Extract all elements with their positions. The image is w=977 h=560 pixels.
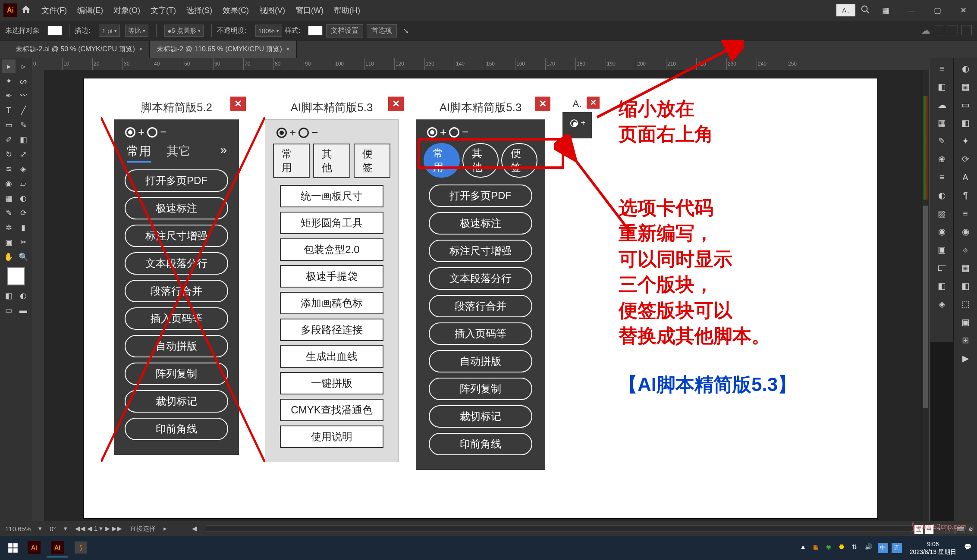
list-item[interactable]: 包装盒型2.0 — [280, 238, 383, 261]
menu-type[interactable]: 文字(T) — [151, 5, 176, 16]
doc-setup-button[interactable]: 文档设置 — [326, 24, 363, 38]
menu-object[interactable]: 对象(O) — [113, 5, 140, 16]
ime-icon[interactable]: ⚙ — [966, 525, 975, 534]
list-item[interactable]: 一键拼版 — [280, 372, 383, 394]
brushes-icon[interactable]: ✎ — [934, 133, 950, 149]
properties-icon[interactable]: ≡ — [934, 60, 950, 77]
shape-builder-tool[interactable]: ◉ — [2, 177, 16, 191]
panel-icon[interactable]: ▣ — [957, 314, 974, 330]
lasso-tool[interactable]: ᔕ — [16, 74, 30, 88]
fill-swatch[interactable] — [47, 26, 62, 35]
direct-selection-tool[interactable]: ▹ — [16, 59, 30, 73]
eraser-tool[interactable]: ◧ — [16, 133, 30, 147]
radio-on[interactable] — [570, 119, 578, 127]
list-item[interactable]: 文本段落分行 — [125, 252, 228, 275]
fill-stroke-swatch[interactable] — [7, 267, 25, 285]
free-transform-tool[interactable]: ◈ — [16, 162, 30, 176]
list-item[interactable]: 极速标注 — [429, 212, 532, 235]
menu-select[interactable]: 选择(S) — [186, 5, 212, 16]
transparency-icon[interactable]: ▨ — [934, 205, 950, 222]
tab-other[interactable]: 其他 — [313, 144, 350, 178]
tray-icon[interactable]: ⬣ — [839, 543, 848, 553]
close-icon[interactable]: × — [286, 46, 289, 52]
tray-icon[interactable]: ▲ — [800, 543, 810, 553]
panel-icon[interactable]: ✦ — [957, 133, 974, 149]
panel-icon[interactable]: A — [957, 169, 974, 185]
symbols-icon[interactable]: ❀ — [934, 151, 950, 167]
list-item[interactable]: 段落行合并 — [125, 280, 228, 302]
panel-icon[interactable]: ⟐ — [957, 241, 974, 258]
color-guide-icon[interactable]: ▦ — [957, 78, 974, 95]
clock[interactable]: 9:06 2023/8/13 星期日 — [905, 540, 961, 556]
gradient-icon[interactable]: ◐ — [934, 187, 950, 203]
graphic-styles-icon[interactable]: ▣ — [934, 241, 950, 258]
search-icon[interactable] — [861, 5, 870, 16]
close-button[interactable]: ✕ — [953, 3, 974, 17]
list-item[interactable]: 多段路径连接 — [280, 319, 383, 341]
panel-icon[interactable]: ¶ — [957, 187, 974, 203]
radio-off[interactable] — [449, 127, 459, 138]
pen-tool[interactable]: ✒ — [2, 89, 16, 103]
ime-taskbar-icon[interactable]: 中 — [878, 543, 888, 553]
type-tool[interactable]: T — [2, 103, 16, 117]
zoom-tool[interactable]: 🔍 — [16, 250, 30, 264]
task-app[interactable]: ⟆ — [70, 538, 91, 557]
list-item[interactable]: 阵列复制 — [429, 378, 532, 400]
list-item[interactable]: 打开多页PDF — [125, 169, 228, 192]
rotation[interactable]: 0° — [50, 525, 56, 532]
magic-wand-tool[interactable]: ✦ — [2, 74, 16, 88]
doc-tab-1[interactable]: 未标题-2 @ 110.65 % (CMYK/CPU 预览)× — [150, 41, 297, 58]
eyedropper-tool[interactable]: ✎ — [2, 206, 16, 220]
panel-icon[interactable]: ◧ — [957, 278, 974, 294]
list-item[interactable]: 裁切标记 — [429, 405, 532, 428]
list-item[interactable]: 生成出血线 — [280, 345, 383, 368]
close-icon[interactable]: ✕ — [230, 97, 246, 111]
radio-on[interactable] — [427, 127, 437, 138]
list-item[interactable]: CMYK查找潘通色 — [280, 399, 383, 421]
list-item[interactable]: 印前角线 — [429, 433, 532, 455]
menu-edit[interactable]: 编辑(E) — [77, 5, 103, 16]
slice-tool[interactable]: ✂ — [16, 235, 30, 249]
appearance-icon[interactable]: ◉ — [934, 223, 950, 240]
cloud-icon[interactable]: ☁ — [921, 25, 930, 36]
list-item[interactable]: 矩形圆角工具 — [280, 212, 383, 234]
variable-width-dropdown[interactable]: 等比 — [125, 25, 148, 37]
close-icon[interactable]: ✕ — [388, 97, 404, 111]
ime-taskbar-icon[interactable]: 五 — [892, 543, 902, 553]
notification-icon[interactable]: 💬 — [964, 543, 974, 553]
panel-icon[interactable]: ≡ — [957, 205, 974, 222]
brush-dropdown[interactable]: ● 5 点圆形 — [164, 25, 204, 37]
home-icon[interactable] — [21, 4, 33, 16]
list-item[interactable]: 阵列复制 — [125, 363, 228, 385]
paintbrush-tool[interactable]: ✎ — [16, 118, 30, 132]
close-icon[interactable]: ✕ — [535, 97, 550, 111]
task-ai-1[interactable]: Ai — [23, 538, 45, 557]
list-item[interactable]: 标注尺寸增强 — [429, 240, 532, 262]
color-mode[interactable]: ◧ — [2, 289, 16, 303]
rotate-tool[interactable]: ↻ — [2, 147, 16, 161]
pathfinder-icon[interactable]: ◧ — [934, 278, 950, 294]
panel-icon-1[interactable] — [934, 25, 944, 35]
list-item[interactable]: 自动拼版 — [125, 335, 228, 357]
color-icon[interactable]: ◐ — [957, 60, 974, 77]
horizontal-scrollbar[interactable] — [205, 525, 959, 532]
tab-notes[interactable]: 便签 — [354, 144, 390, 178]
mini-panel-dock[interactable]: A.. — [836, 4, 855, 16]
canvas-scrollbar[interactable] — [922, 70, 930, 521]
radio-off[interactable] — [298, 128, 309, 138]
list-item[interactable]: 统一画板尺寸 — [280, 185, 383, 207]
layers-icon[interactable]: ◧ — [934, 78, 950, 95]
list-item[interactable]: 极速标注 — [125, 197, 228, 219]
canvas[interactable]: 0102030405060708090100110120130140150160… — [32, 58, 930, 521]
close-icon[interactable]: × — [139, 46, 142, 52]
graph-tool[interactable]: ▮ — [16, 221, 30, 235]
curvature-tool[interactable]: 〰 — [16, 89, 30, 103]
screen-mode[interactable]: ▭ — [2, 303, 16, 317]
radio-on[interactable] — [125, 127, 135, 138]
tray-icon[interactable]: ⇅ — [852, 543, 861, 553]
gradient-tool[interactable]: ◐ — [16, 191, 30, 205]
list-item[interactable]: 打开多页PDF — [429, 185, 532, 207]
menu-file[interactable]: 文件(F) — [41, 5, 67, 16]
artboard-nav[interactable]: ◀◀ ◀ 1 ▾ ▶ ▶▶ — [75, 525, 122, 532]
align-icon[interactable]: ⫍ — [934, 260, 950, 276]
